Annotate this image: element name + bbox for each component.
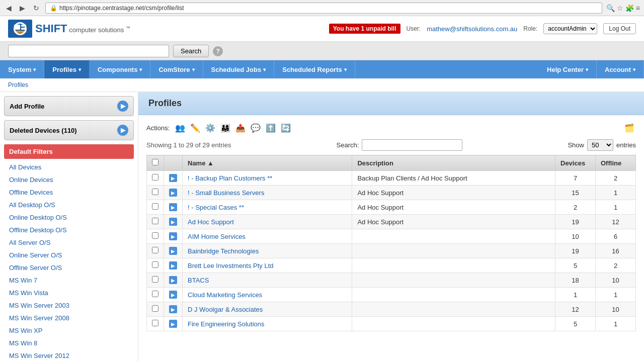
nav-profiles[interactable]: Profiles ▾: [44, 60, 90, 78]
row-checkbox[interactable]: [152, 247, 158, 253]
nav-system[interactable]: System ▾: [0, 60, 44, 78]
row-checkbox[interactable]: [152, 203, 158, 210]
row-offline-cell: 10: [596, 273, 636, 288]
col-header-expand: [164, 155, 183, 171]
sidebar-item-all-devices[interactable]: All Devices: [4, 161, 134, 173]
row-expand-button[interactable]: ▶: [169, 276, 177, 284]
row-expand-cell: ▶: [164, 288, 183, 302]
extension-button[interactable]: 🧩: [625, 4, 634, 12]
sidebar-item-online-server-os[interactable]: Online Server O/S: [4, 249, 134, 261]
url-text: https://pinotage.centrastage.net/csm/pro…: [59, 5, 184, 12]
col-header-name[interactable]: Name ▲: [183, 155, 352, 171]
table-search-input[interactable]: [362, 139, 462, 151]
row-expand-cell: ▶: [164, 244, 183, 258]
back-button[interactable]: ◀: [4, 3, 14, 13]
profile-name-link[interactable]: AIM Home Services: [188, 233, 246, 240]
profile-name-link[interactable]: D J Woolgar & Associates: [188, 306, 263, 313]
nav-account[interactable]: Account ▾: [597, 60, 644, 78]
row-checkbox[interactable]: [152, 174, 158, 180]
profile-name-link[interactable]: Brett Lee Investments Pty Ltd: [188, 262, 274, 269]
show-label: Show: [568, 141, 584, 149]
action-edit-icon[interactable]: ✏️: [189, 121, 202, 134]
nav-scheduled-jobs[interactable]: Scheduled Jobs ▾: [203, 60, 275, 78]
star-button[interactable]: ☆: [617, 4, 623, 12]
row-expand-button[interactable]: ▶: [169, 174, 177, 182]
zoom-button[interactable]: 🔍: [606, 4, 615, 12]
row-checkbox[interactable]: [152, 276, 158, 283]
row-expand-button[interactable]: ▶: [169, 291, 177, 299]
sidebar-item-online-devices[interactable]: Online Devices: [4, 173, 134, 186]
action-upload-icon[interactable]: ⬆️: [264, 121, 277, 134]
profile-name-link[interactable]: Fire Engineering Solutions: [188, 320, 264, 328]
global-search-button[interactable]: Search: [173, 45, 209, 57]
profile-name-link[interactable]: Cloud Marketing Services: [188, 291, 262, 299]
add-profile-button[interactable]: Add Profile ▶: [4, 96, 134, 116]
global-search-input[interactable]: [8, 45, 169, 57]
user-email: mathew@shiftsolutions.com.au: [427, 25, 517, 33]
nav-system-label: System: [8, 66, 31, 73]
row-expand-button[interactable]: ▶: [169, 232, 177, 240]
nav-scheduled-reports[interactable]: Scheduled Reports ▾: [274, 60, 355, 78]
row-expand-cell: ▶: [164, 229, 183, 244]
select-all-checkbox[interactable]: [152, 159, 158, 165]
row-checkbox[interactable]: [152, 261, 158, 268]
row-expand-button[interactable]: ▶: [169, 218, 177, 226]
sidebar-item-ms-win-8[interactable]: MS Win 8: [4, 337, 134, 349]
profile-name-link[interactable]: Bainbridge Technologies: [188, 247, 259, 255]
row-checkbox[interactable]: [152, 189, 158, 195]
nav-components[interactable]: Components ▾: [90, 60, 150, 78]
row-checkbox[interactable]: [152, 291, 158, 297]
deleted-devices-button[interactable]: Deleted Devices (110) ▶: [4, 120, 134, 140]
row-name-cell: Cloud Marketing Services: [183, 288, 352, 302]
sidebar-item-ms-win-server-2003[interactable]: MS Win Server 2003: [4, 299, 134, 312]
logout-button[interactable]: Log Out: [603, 23, 636, 34]
sidebar-item-ms-win-server-2008[interactable]: MS Win Server 2008: [4, 312, 134, 324]
sidebar-item-ms-win-xp[interactable]: MS Win XP: [4, 324, 134, 337]
row-expand-button[interactable]: ▶: [169, 203, 177, 211]
action-refresh-icon[interactable]: 🔄: [279, 121, 292, 134]
action-table-icon[interactable]: 🗂️: [623, 121, 636, 134]
row-expand-button[interactable]: ▶: [169, 189, 177, 197]
action-users-icon[interactable]: 👥: [174, 121, 187, 134]
profile-name-link[interactable]: ! - Backup Plan Customers **: [188, 174, 272, 182]
sidebar-item-ms-win-7[interactable]: MS Win 7: [4, 274, 134, 287]
action-group-icon[interactable]: 👨‍👩‍👧: [219, 121, 232, 134]
show-select[interactable]: 50 25 100: [587, 139, 613, 151]
help-icon[interactable]: ?: [213, 46, 223, 56]
row-offline-cell: 16: [596, 244, 636, 258]
forward-button[interactable]: ▶: [18, 3, 27, 13]
refresh-button[interactable]: ↻: [31, 3, 41, 13]
row-expand-button[interactable]: ▶: [169, 247, 177, 255]
row-description-cell: [352, 288, 555, 302]
profile-name-link[interactable]: ! - Small Business Servers: [188, 189, 264, 197]
row-expand-button[interactable]: ▶: [169, 261, 177, 269]
nav-comstore[interactable]: ComStore ▾: [150, 60, 203, 78]
sidebar-item-offline-server-os[interactable]: Offline Server O/S: [4, 261, 134, 274]
url-bar[interactable]: 🔒 https://pinotage.centrastage.net/csm/p…: [45, 3, 602, 14]
row-checkbox[interactable]: [152, 320, 158, 326]
profile-name-link[interactable]: ! - Special Cases **: [188, 204, 244, 211]
row-checkbox[interactable]: [152, 305, 158, 312]
action-export-icon[interactable]: 📤: [234, 121, 247, 134]
row-devices-cell: 7: [555, 171, 596, 186]
sidebar-item-online-desktop-os[interactable]: Online Desktop O/S: [4, 211, 134, 224]
sidebar-item-ms-win-vista[interactable]: MS Win Vista: [4, 287, 134, 299]
action-settings-icon[interactable]: ⚙️: [204, 121, 217, 134]
row-expand-button[interactable]: ▶: [169, 305, 177, 313]
action-chat-icon[interactable]: 💬: [249, 121, 262, 134]
row-checkbox[interactable]: [152, 218, 158, 224]
sidebar-item-all-server-os[interactable]: All Server O/S: [4, 236, 134, 249]
profile-name-link[interactable]: BTACS: [188, 277, 209, 284]
row-description-cell: [352, 244, 555, 258]
sidebar-item-all-desktop-os[interactable]: All Desktop O/S: [4, 199, 134, 211]
row-checkbox[interactable]: [152, 232, 158, 239]
profile-name-link[interactable]: Ad Hoc Support: [188, 218, 234, 226]
sidebar-item-offline-devices[interactable]: Offline Devices: [4, 186, 134, 199]
role-select[interactable]: accountAdmin: [543, 23, 597, 34]
nav-help-center[interactable]: Help Center ▾: [539, 60, 597, 78]
row-expand-button[interactable]: ▶: [169, 320, 177, 328]
sidebar-item-offline-desktop-os[interactable]: Offline Desktop O/S: [4, 224, 134, 236]
sidebar-item-ms-win-server-2012[interactable]: MS Win Server 2012: [4, 349, 134, 361]
menu-button[interactable]: ≡: [636, 4, 640, 12]
breadcrumb-profiles-link[interactable]: Profiles: [8, 81, 28, 88]
